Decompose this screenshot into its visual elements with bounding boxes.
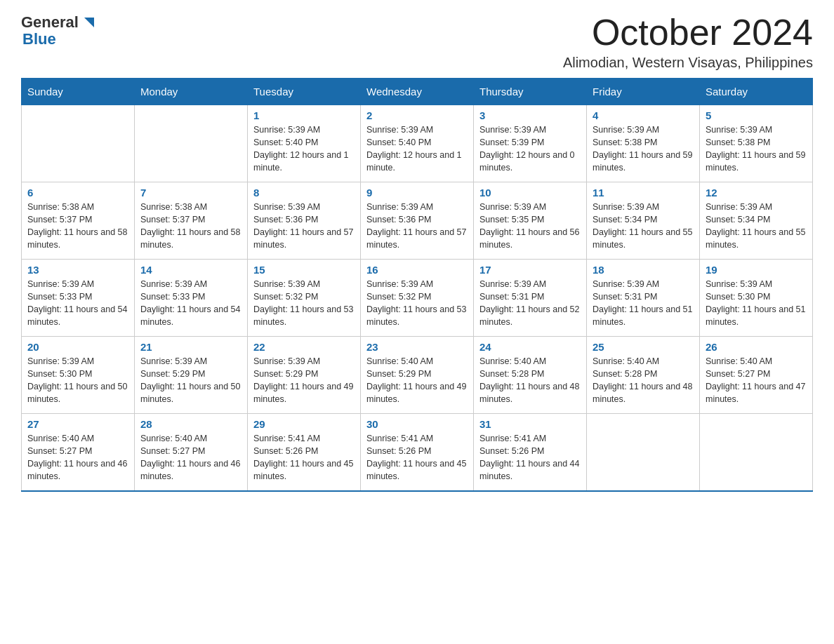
day-number: 15 [253,264,355,276]
day-info: Sunrise: 5:40 AMSunset: 5:28 PMDaylight:… [479,355,581,406]
calendar-day-cell: 9Sunrise: 5:39 AMSunset: 5:36 PMDaylight… [361,182,474,260]
day-info: Sunrise: 5:39 AMSunset: 5:32 PMDaylight:… [253,278,355,329]
day-info: Sunrise: 5:38 AMSunset: 5:37 PMDaylight:… [27,201,128,252]
weekday-header-friday: Friday [587,79,700,105]
day-info: Sunrise: 5:39 AMSunset: 5:34 PMDaylight:… [706,201,807,252]
day-info: Sunrise: 5:41 AMSunset: 5:26 PMDaylight:… [479,432,581,483]
calendar-day-cell: 10Sunrise: 5:39 AMSunset: 5:35 PMDayligh… [474,182,587,260]
calendar-day-cell: 12Sunrise: 5:39 AMSunset: 5:34 PMDayligh… [700,182,813,260]
calendar-day-cell: 28Sunrise: 5:40 AMSunset: 5:27 PMDayligh… [135,414,248,491]
day-info: Sunrise: 5:39 AMSunset: 5:36 PMDaylight:… [366,201,468,252]
calendar-day-cell: 14Sunrise: 5:39 AMSunset: 5:33 PMDayligh… [135,260,248,337]
day-number: 2 [366,109,468,121]
weekday-header-saturday: Saturday [700,79,813,105]
day-number: 20 [27,341,128,353]
calendar-table: SundayMondayTuesdayWednesdayThursdayFrid… [21,78,813,492]
calendar-header: SundayMondayTuesdayWednesdayThursdayFrid… [22,79,813,105]
weekday-header-sunday: Sunday [22,79,135,105]
calendar-day-cell: 18Sunrise: 5:39 AMSunset: 5:31 PMDayligh… [587,260,700,337]
day-number: 11 [593,187,694,199]
title-section: October 2024 Alimodian, Western Visayas,… [563,14,813,71]
day-number: 9 [366,187,468,199]
calendar-week-row: 6Sunrise: 5:38 AMSunset: 5:37 PMDaylight… [22,182,813,260]
day-number: 5 [706,109,807,121]
calendar-day-cell: 6Sunrise: 5:38 AMSunset: 5:37 PMDaylight… [22,182,135,260]
logo[interactable]: General Blue [21,14,95,48]
day-number: 30 [366,418,468,430]
calendar-week-row: 1Sunrise: 5:39 AMSunset: 5:40 PMDaylight… [22,105,813,182]
day-info: Sunrise: 5:40 AMSunset: 5:27 PMDaylight:… [27,432,128,483]
day-number: 31 [479,418,581,430]
day-number: 22 [253,341,355,353]
weekday-header-thursday: Thursday [474,79,587,105]
logo-general-text: General [21,14,79,31]
calendar-day-cell: 19Sunrise: 5:39 AMSunset: 5:30 PMDayligh… [700,260,813,337]
logo-wordmark: General Blue [21,14,95,48]
calendar-day-cell: 29Sunrise: 5:41 AMSunset: 5:26 PMDayligh… [248,414,361,491]
day-info: Sunrise: 5:38 AMSunset: 5:37 PMDaylight:… [140,201,241,252]
day-info: Sunrise: 5:39 AMSunset: 5:32 PMDaylight:… [366,278,468,329]
day-number: 6 [27,187,128,199]
calendar-day-cell: 20Sunrise: 5:39 AMSunset: 5:30 PMDayligh… [22,337,135,414]
calendar-body: 1Sunrise: 5:39 AMSunset: 5:40 PMDaylight… [22,105,813,491]
logo-blue-text: Blue [22,30,56,48]
day-number: 18 [593,264,694,276]
calendar-day-cell: 15Sunrise: 5:39 AMSunset: 5:32 PMDayligh… [248,260,361,337]
calendar-day-cell [587,414,700,491]
day-number: 28 [140,418,241,430]
calendar-day-cell: 1Sunrise: 5:39 AMSunset: 5:40 PMDaylight… [248,105,361,182]
day-info: Sunrise: 5:39 AMSunset: 5:33 PMDaylight:… [140,278,241,329]
calendar-day-cell: 7Sunrise: 5:38 AMSunset: 5:37 PMDaylight… [135,182,248,260]
calendar-day-cell: 17Sunrise: 5:39 AMSunset: 5:31 PMDayligh… [474,260,587,337]
calendar-week-row: 13Sunrise: 5:39 AMSunset: 5:33 PMDayligh… [22,260,813,337]
calendar-day-cell: 25Sunrise: 5:40 AMSunset: 5:28 PMDayligh… [587,337,700,414]
day-info: Sunrise: 5:39 AMSunset: 5:31 PMDaylight:… [593,278,694,329]
calendar-day-cell [22,105,135,182]
calendar-day-cell: 13Sunrise: 5:39 AMSunset: 5:33 PMDayligh… [22,260,135,337]
calendar-day-cell [135,105,248,182]
day-info: Sunrise: 5:39 AMSunset: 5:30 PMDaylight:… [706,278,807,329]
day-info: Sunrise: 5:41 AMSunset: 5:26 PMDaylight:… [366,432,468,483]
day-info: Sunrise: 5:39 AMSunset: 5:36 PMDaylight:… [253,201,355,252]
calendar-day-cell: 23Sunrise: 5:40 AMSunset: 5:29 PMDayligh… [361,337,474,414]
day-info: Sunrise: 5:39 AMSunset: 5:35 PMDaylight:… [479,201,581,252]
day-info: Sunrise: 5:40 AMSunset: 5:29 PMDaylight:… [366,355,468,406]
day-info: Sunrise: 5:39 AMSunset: 5:29 PMDaylight:… [253,355,355,406]
day-number: 3 [479,109,581,121]
day-info: Sunrise: 5:39 AMSunset: 5:33 PMDaylight:… [27,278,128,329]
calendar-week-row: 27Sunrise: 5:40 AMSunset: 5:27 PMDayligh… [22,414,813,491]
svg-marker-0 [84,18,94,27]
location-subtitle: Alimodian, Western Visayas, Philippines [563,55,813,71]
day-number: 7 [140,187,241,199]
day-number: 29 [253,418,355,430]
weekday-header-monday: Monday [135,79,248,105]
day-info: Sunrise: 5:39 AMSunset: 5:34 PMDaylight:… [593,201,694,252]
calendar-day-cell: 2Sunrise: 5:39 AMSunset: 5:40 PMDaylight… [361,105,474,182]
day-number: 13 [27,264,128,276]
day-info: Sunrise: 5:39 AMSunset: 5:40 PMDaylight:… [366,123,468,175]
calendar-day-cell: 24Sunrise: 5:40 AMSunset: 5:28 PMDayligh… [474,337,587,414]
day-info: Sunrise: 5:40 AMSunset: 5:27 PMDaylight:… [140,432,241,483]
day-number: 14 [140,264,241,276]
day-number: 17 [479,264,581,276]
day-number: 26 [706,341,807,353]
calendar-day-cell: 3Sunrise: 5:39 AMSunset: 5:39 PMDaylight… [474,105,587,182]
day-info: Sunrise: 5:39 AMSunset: 5:31 PMDaylight:… [479,278,581,329]
day-number: 25 [593,341,694,353]
day-number: 19 [706,264,807,276]
day-info: Sunrise: 5:40 AMSunset: 5:28 PMDaylight:… [593,355,694,406]
page-header: General Blue October 2024 Alimodian, Wes… [21,14,813,71]
day-number: 12 [706,187,807,199]
calendar-day-cell: 31Sunrise: 5:41 AMSunset: 5:26 PMDayligh… [474,414,587,491]
calendar-day-cell: 4Sunrise: 5:39 AMSunset: 5:38 PMDaylight… [587,105,700,182]
day-number: 24 [479,341,581,353]
calendar-day-cell: 16Sunrise: 5:39 AMSunset: 5:32 PMDayligh… [361,260,474,337]
day-info: Sunrise: 5:39 AMSunset: 5:40 PMDaylight:… [253,123,355,175]
calendar-day-cell: 21Sunrise: 5:39 AMSunset: 5:29 PMDayligh… [135,337,248,414]
day-number: 21 [140,341,241,353]
day-number: 8 [253,187,355,199]
month-title: October 2024 [563,14,813,51]
day-info: Sunrise: 5:41 AMSunset: 5:26 PMDaylight:… [253,432,355,483]
day-number: 16 [366,264,468,276]
logo-triangle-icon [80,15,95,30]
